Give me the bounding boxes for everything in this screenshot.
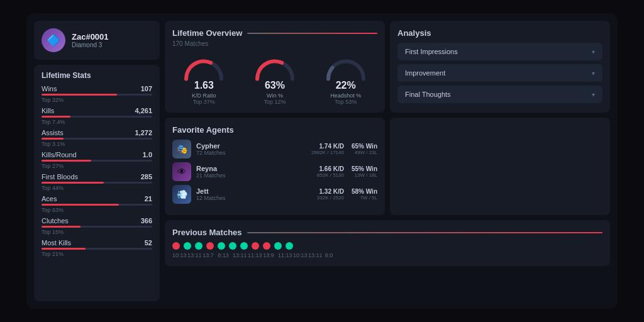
stat-row: Kills 4,261 Top 7.4% [42, 107, 152, 125]
analysis-item-label: Improvement [405, 69, 445, 77]
match-score: 11:13 [248, 252, 259, 258]
profile-info: Zac#0001 Diamond 3 [72, 32, 109, 48]
dashboard: 🔷 Zac#0001 Diamond 3 Lifetime Stats Wins… [26, 13, 618, 309]
gauges-row: 1.63 K/D Ratio Top 37% 63% Win % Top 12%… [172, 53, 377, 105]
stat-pct: Top 27% [42, 163, 152, 169]
agent-row: 👁 Reyna 21 Matches 1.66 K/D 852K / 5130 … [172, 162, 377, 181]
chevron-down-icon: ▾ [592, 91, 595, 98]
stat-value: 107 [141, 85, 152, 92]
stat-bar-fill [42, 226, 80, 228]
stat-row: Aces 21 Top 63% [42, 195, 152, 213]
agent-row: 🎭 Cypher 72 Matches 1.74 K/D 2982K / 171… [172, 140, 377, 158]
gauge-value: 63% [265, 80, 285, 91]
stat-bar-fill [42, 204, 119, 206]
match-dot [240, 242, 248, 250]
stat-bar-bg [42, 94, 152, 96]
matches-header-line [247, 232, 602, 233]
agent-kd-sub: 852K / 5130 [317, 172, 344, 178]
gauge-value: 1.63 [194, 80, 214, 91]
stat-value: 366 [141, 217, 152, 225]
agent-stats: 1.66 K/D 852K / 5130 55% Win 13W / 18L [317, 165, 377, 178]
stat-row: Kills/Round 1.0 Top 27% [42, 151, 152, 169]
matches-title: Previous Matches [172, 228, 242, 237]
matches-header: Previous Matches [172, 228, 602, 237]
match-score: 13:7 [203, 252, 214, 258]
stat-name: Wins [42, 85, 57, 92]
stat-value: 1,272 [135, 129, 152, 136]
analysis-item[interactable]: First Impressions ▾ [397, 43, 602, 60]
agent-win-sub: 7W / 5L [352, 195, 377, 201]
stat-value: 4,261 [135, 107, 152, 114]
agent-avatar: 👁 [172, 162, 191, 181]
previous-matches-card: Previous Matches 10:1313:1113:78:1313:11… [165, 220, 610, 266]
analysis-item-label: First Impressions [405, 48, 458, 55]
agent-win-col: 55% Win 13W / 18L [352, 165, 377, 178]
header-line [247, 33, 377, 34]
agent-matches: 12 Matches [196, 195, 312, 201]
stat-row: First Bloods 285 Top 44% [42, 173, 152, 191]
stat-bar-bg [42, 138, 152, 140]
agent-stats: 1.74 K/D 2982K / 17140 65% Win 49W / 23L [311, 143, 377, 155]
analysis-item[interactable]: Final Thoughts ▾ [397, 86, 602, 103]
match-dot [172, 242, 180, 250]
overview-subtitle: 170 Matches [172, 40, 377, 47]
top-row: Lifetime Overview 170 Matches 1.63 K/D R… [165, 21, 610, 113]
stat-row: Clutches 366 Top 15% [42, 217, 152, 235]
match-dots [172, 242, 602, 250]
agents-list: 🎭 Cypher 72 Matches 1.74 K/D 2982K / 171… [172, 140, 377, 204]
stat-name: Kills [42, 107, 54, 114]
username: Zac#0001 [72, 32, 109, 42]
stat-value: 21 [145, 195, 152, 203]
match-dot [274, 242, 282, 250]
agent-kd-col: 1.74 K/D 2982K / 17140 [311, 143, 344, 155]
stat-value: 1.0 [143, 151, 152, 158]
match-dot [229, 242, 236, 250]
agent-kd-sub: 2982K / 17140 [311, 150, 344, 155]
stat-row: Most Kills 52 Top 21% [42, 239, 152, 257]
stat-name: Assists [42, 129, 64, 136]
agent-win: 58% Win [352, 188, 377, 195]
gauge-rank: Top 12% [264, 99, 286, 105]
stat-bar-bg [42, 160, 152, 162]
gauge-item: 22% Headshot % Top 53% [324, 53, 368, 105]
gauge-item: 1.63 K/D Ratio Top 37% [182, 53, 226, 105]
agent-info: Reyna 21 Matches [196, 165, 312, 179]
stat-bar-fill [42, 116, 70, 118]
chevron-down-icon: ▾ [592, 70, 595, 77]
agent-win-col: 65% Win 49W / 23L [352, 143, 377, 155]
gauge-label: K/D Ratio [192, 92, 216, 99]
stat-pct: Top 21% [42, 251, 152, 257]
match-dot [218, 242, 225, 250]
overview-header: Lifetime Overview [172, 28, 377, 38]
stat-value: 285 [141, 173, 152, 180]
left-panel: 🔷 Zac#0001 Diamond 3 Lifetime Stats Wins… [34, 21, 160, 301]
match-scores: 10:1313:1113:78:1313:1111:1313:911:1310:… [172, 252, 602, 258]
match-score: 13:11 [308, 252, 319, 258]
stat-row: Wins 107 Top 32% [42, 85, 152, 103]
analysis-item[interactable]: Improvement ▾ [397, 64, 602, 82]
middle-row: Favorite Agents 🎭 Cypher 72 Matches 1.74… [165, 118, 610, 215]
gauge-label: Headshot % [330, 92, 361, 99]
match-dot [184, 242, 191, 250]
match-dot [206, 242, 214, 250]
agent-info: Cypher 72 Matches [196, 142, 306, 156]
agents-title: Favorite Agents [172, 125, 234, 135]
stat-row: Assists 1,272 Top 3.1% [42, 129, 152, 147]
match-score: 13:11 [187, 252, 199, 258]
match-score: 11:13 [278, 252, 289, 258]
agent-win: 65% Win [352, 143, 377, 150]
agent-win-sub: 49W / 23L [352, 150, 377, 155]
agent-name: Cypher [196, 142, 306, 150]
stat-pct: Top 44% [42, 185, 152, 191]
agent-kd-col: 1.66 K/D 852K / 5130 [317, 165, 344, 178]
stat-value: 52 [145, 239, 152, 247]
gauge-item: 63% Win % Top 12% [253, 53, 297, 105]
analysis-item-label: Final Thoughts [405, 91, 451, 98]
right-panel: Lifetime Overview 170 Matches 1.63 K/D R… [165, 21, 610, 301]
analysis-header: Analysis [397, 28, 602, 38]
profile-card: 🔷 Zac#0001 Diamond 3 [34, 21, 160, 60]
stat-bar-bg [42, 182, 152, 184]
middle-right-filler [390, 118, 610, 215]
match-dot [286, 242, 293, 250]
agent-avatar: 🎭 [172, 140, 191, 158]
